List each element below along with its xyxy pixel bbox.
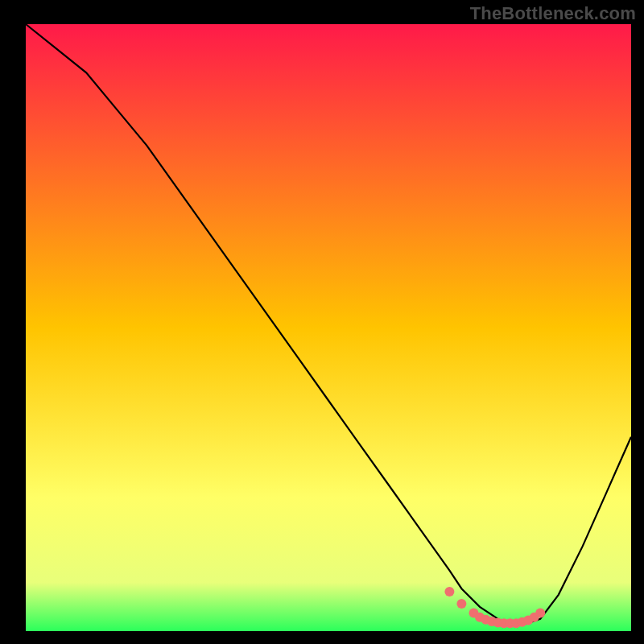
optimal-marker-point: [444, 587, 454, 597]
optimal-marker-point: [535, 608, 545, 617]
chart-svg: [0, 0, 644, 644]
chart-frame: TheBottleneck.com: [0, 0, 644, 644]
watermark-text: TheBottleneck.com: [470, 3, 636, 24]
optimal-marker-point: [456, 599, 466, 609]
plot-background: [26, 24, 631, 631]
